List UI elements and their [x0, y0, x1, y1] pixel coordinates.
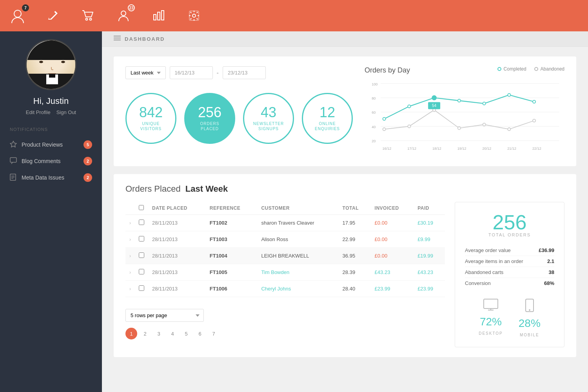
- summary-aov-label: Average order value: [465, 247, 511, 253]
- user-actions: Edit Profile Sign Out: [26, 109, 76, 115]
- row-ref-2[interactable]: FT1004: [206, 248, 258, 264]
- nav-badge-person: 23: [128, 4, 135, 11]
- legend-dot-abandoned: [534, 67, 538, 71]
- table-row: › 28/11/2013 FT1004 LEIGH BREAKWELL 36.9…: [125, 248, 445, 264]
- svg-point-37: [458, 99, 461, 102]
- row-ref-4[interactable]: FT1006: [206, 281, 258, 297]
- content-area: DASHBOARD Last week -: [102, 31, 588, 392]
- notifications-section: NOTIFICATIONS Product Reviews 5: [0, 127, 102, 186]
- stat-newsletter-label: NEWSLETTER SIGNUPS: [253, 121, 284, 131]
- star-icon: [10, 141, 18, 149]
- row-expand-1[interactable]: ›: [125, 231, 135, 248]
- nav-edit-icon[interactable]: [43, 6, 63, 25]
- table-row: › 28/11/2013 FT1006 Cheryl Johns 28.40 £…: [125, 281, 445, 297]
- select-all-checkbox[interactable]: [139, 205, 144, 210]
- summary-row-items: Average items in an order 2.1: [465, 256, 554, 267]
- mobile-pct: 28%: [519, 317, 541, 330]
- row-date-1: 28/11/2013: [148, 231, 206, 248]
- row-customer-2[interactable]: LEIGH BREAKWELL: [257, 248, 338, 264]
- stats-chart-section: Last week - 842 UNIQUE VISITORS: [114, 56, 576, 166]
- row-customer-3[interactable]: Tim Bowden: [257, 264, 338, 281]
- date-from-input[interactable]: [170, 66, 213, 79]
- notif-badge-meta-data: 2: [83, 173, 92, 182]
- row-date-2: 28/11/2013: [148, 248, 206, 264]
- stat-orders-num: 256: [198, 105, 221, 120]
- row-date-4: 28/11/2013: [148, 281, 206, 297]
- rows-per-page-select[interactable]: 5 rows per page 10 rows per page 25 rows…: [125, 309, 204, 322]
- stat-newsletter-num: 43: [261, 105, 276, 120]
- row-total-0: 17.95: [339, 215, 371, 231]
- page-btn-3[interactable]: 3: [153, 328, 165, 339]
- row-invoiced-4: £23.99: [371, 281, 414, 297]
- th-invoiced: INVOICED: [371, 202, 414, 215]
- th-ref: REFERENCE: [206, 202, 258, 215]
- pagination: 1 2 3 4 5 6 7: [125, 328, 445, 339]
- breadcrumb-bar: DASHBOARD: [102, 31, 588, 47]
- row-customer-0[interactable]: sharon Travers Cleaver: [257, 215, 338, 231]
- row-ref-1[interactable]: FT1003: [206, 231, 258, 248]
- row-expand-4[interactable]: ›: [125, 281, 135, 297]
- page-btn-2[interactable]: 2: [139, 328, 151, 339]
- row-customer-1[interactable]: Alison Ross: [257, 231, 338, 248]
- table-row: › 28/11/2013 FT1002 sharon Travers Cleav…: [125, 215, 445, 231]
- page-btn-1[interactable]: 1: [125, 328, 137, 339]
- sign-out-link[interactable]: Sign Out: [56, 109, 76, 115]
- svg-text:40: 40: [372, 125, 376, 129]
- summary-total-label: TOTAL ORDERS: [465, 232, 554, 237]
- nav-settings-icon[interactable]: [184, 6, 204, 25]
- row-total-2: 36.95: [339, 248, 371, 264]
- row-total-1: 22.99: [339, 231, 371, 248]
- row-expand-0[interactable]: ›: [125, 215, 135, 231]
- svg-point-2: [90, 18, 92, 20]
- svg-point-46: [508, 128, 510, 131]
- device-desktop: 72% DESKTOP: [479, 298, 503, 337]
- comment-icon: [10, 157, 18, 165]
- row-ref-0[interactable]: FT1002: [206, 215, 258, 231]
- row-expand-3[interactable]: ›: [125, 264, 135, 281]
- summary-stats: Average order value £36.99 Average items…: [465, 245, 554, 289]
- row-check-3[interactable]: [135, 264, 148, 281]
- legend-dot-completed: [497, 67, 501, 71]
- svg-point-36: [432, 96, 436, 100]
- row-expand-2[interactable]: ›: [125, 248, 135, 264]
- svg-text:17/12: 17/12: [407, 147, 416, 151]
- page-btn-7[interactable]: 7: [208, 328, 220, 339]
- row-total-3: 28.39: [339, 264, 371, 281]
- nav-barchart-icon[interactable]: [149, 6, 169, 25]
- sidebar: Hi, Justin Edit Profile Sign Out NOTIFIC…: [0, 31, 102, 392]
- page-btn-6[interactable]: 6: [194, 328, 206, 339]
- top-nav: 7 23: [0, 0, 588, 31]
- document-icon: [10, 174, 18, 181]
- page-btn-4[interactable]: 4: [167, 328, 178, 339]
- mobile-icon: [525, 298, 534, 314]
- row-check-1[interactable]: [135, 231, 148, 248]
- date-preset-select[interactable]: Last week: [125, 66, 166, 79]
- th-customer: CUSTOMER: [257, 202, 338, 215]
- device-row: 72% DESKTOP 28%: [465, 298, 554, 337]
- notif-item-meta-data[interactable]: Meta Data Issues 2: [8, 169, 94, 186]
- row-ref-3[interactable]: FT1005: [206, 264, 258, 281]
- mobile-label: MOBILE: [520, 333, 539, 337]
- date-to-input[interactable]: [223, 66, 266, 79]
- orders-table-wrap: DATE PLACED REFERENCE CUSTOMER TOTAL INV…: [125, 202, 445, 347]
- page-btn-5[interactable]: 5: [180, 328, 192, 339]
- row-check-0[interactable]: [135, 215, 148, 231]
- row-paid-2: £19.99: [414, 248, 445, 264]
- nav-user-icon[interactable]: 7: [8, 6, 27, 25]
- row-paid-1: £9.99: [414, 231, 445, 248]
- row-check-4[interactable]: [135, 281, 148, 297]
- th-expand: [125, 202, 135, 215]
- svg-point-35: [408, 105, 410, 108]
- svg-point-54: [529, 309, 530, 311]
- desktop-pct: 72%: [480, 316, 502, 328]
- summary-carts-value: 38: [549, 269, 554, 275]
- row-customer-4[interactable]: Cheryl Johns: [257, 281, 338, 297]
- nav-cart-icon[interactable]: [78, 6, 98, 25]
- nav-person-icon[interactable]: 23: [114, 6, 133, 25]
- notif-item-blog-comments[interactable]: Blog Comments 2: [8, 153, 94, 169]
- notif-item-product-reviews[interactable]: Product Reviews 5: [8, 136, 94, 153]
- edit-profile-link[interactable]: Edit Profile: [26, 109, 51, 115]
- chart-title: Orders by Day: [365, 66, 410, 74]
- row-check-2[interactable]: [135, 248, 148, 264]
- svg-point-40: [533, 100, 535, 103]
